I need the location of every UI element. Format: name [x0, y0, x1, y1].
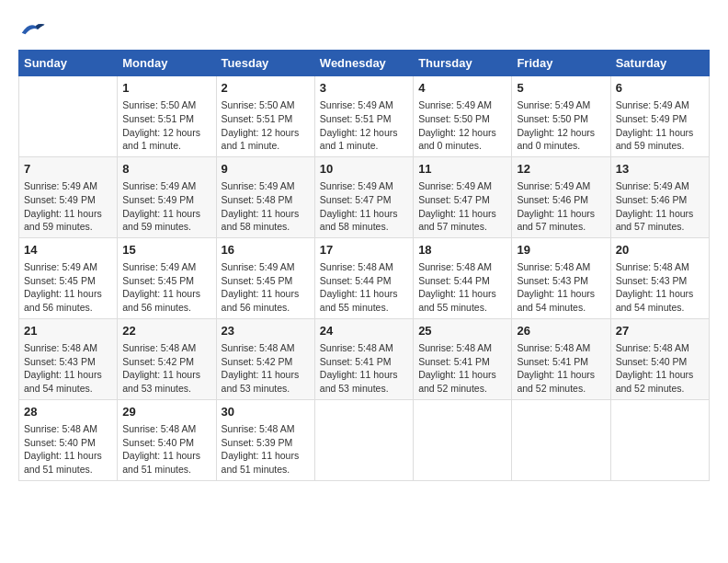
calendar-cell: 4Sunrise: 5:49 AMSunset: 5:50 PMDaylight…	[414, 76, 512, 157]
day-number: 28	[24, 404, 112, 420]
calendar-cell: 11Sunrise: 5:49 AMSunset: 5:47 PMDayligh…	[414, 156, 512, 237]
calendar-cell	[512, 399, 610, 480]
day-info: Sunrise: 5:50 AMSunset: 5:51 PMDaylight:…	[122, 98, 210, 153]
calendar-week-row: 21Sunrise: 5:48 AMSunset: 5:43 PMDayligh…	[19, 318, 710, 399]
page-header	[18, 18, 710, 40]
day-info: Sunrise: 5:49 AMSunset: 5:51 PMDaylight:…	[320, 98, 408, 153]
calendar-cell	[19, 76, 118, 157]
day-info: Sunrise: 5:49 AMSunset: 5:47 PMDaylight:…	[418, 179, 506, 234]
calendar-cell: 22Sunrise: 5:48 AMSunset: 5:42 PMDayligh…	[118, 318, 216, 399]
header-thursday: Thursday	[414, 51, 512, 76]
day-info: Sunrise: 5:48 AMSunset: 5:40 PMDaylight:…	[24, 422, 112, 477]
header-sunday: Sunday	[19, 51, 118, 76]
day-number: 5	[517, 80, 605, 97]
calendar-cell: 29Sunrise: 5:48 AMSunset: 5:40 PMDayligh…	[118, 399, 216, 480]
day-number: 17	[320, 242, 408, 259]
day-number: 7	[24, 161, 112, 178]
header-saturday: Saturday	[610, 51, 709, 76]
header-monday: Monday	[118, 51, 216, 76]
day-number: 1	[122, 80, 210, 97]
day-number: 19	[517, 242, 605, 259]
calendar-cell: 30Sunrise: 5:48 AMSunset: 5:39 PMDayligh…	[216, 399, 314, 480]
day-info: Sunrise: 5:48 AMSunset: 5:43 PMDaylight:…	[616, 260, 704, 315]
calendar-cell: 5Sunrise: 5:49 AMSunset: 5:50 PMDaylight…	[512, 76, 610, 157]
calendar-cell: 2Sunrise: 5:50 AMSunset: 5:51 PMDaylight…	[216, 76, 314, 157]
day-info: Sunrise: 5:49 AMSunset: 5:47 PMDaylight:…	[320, 179, 408, 234]
calendar-cell: 7Sunrise: 5:49 AMSunset: 5:49 PMDaylight…	[19, 156, 118, 237]
calendar-week-row: 7Sunrise: 5:49 AMSunset: 5:49 PMDaylight…	[19, 156, 710, 237]
calendar-cell: 21Sunrise: 5:48 AMSunset: 5:43 PMDayligh…	[19, 318, 118, 399]
calendar-cell	[610, 399, 709, 480]
calendar-cell: 26Sunrise: 5:48 AMSunset: 5:41 PMDayligh…	[512, 318, 610, 399]
day-info: Sunrise: 5:49 AMSunset: 5:49 PMDaylight:…	[24, 179, 112, 234]
calendar-cell: 12Sunrise: 5:49 AMSunset: 5:46 PMDayligh…	[512, 156, 610, 237]
day-info: Sunrise: 5:49 AMSunset: 5:45 PMDaylight:…	[122, 260, 210, 315]
calendar-cell: 28Sunrise: 5:48 AMSunset: 5:40 PMDayligh…	[19, 399, 118, 480]
day-number: 27	[616, 323, 704, 339]
calendar-cell: 8Sunrise: 5:49 AMSunset: 5:49 PMDaylight…	[118, 156, 216, 237]
day-number: 16	[222, 242, 310, 259]
day-info: Sunrise: 5:48 AMSunset: 5:43 PMDaylight:…	[517, 260, 605, 315]
day-number: 14	[24, 242, 112, 259]
day-number: 2	[222, 80, 310, 97]
calendar-week-row: 14Sunrise: 5:49 AMSunset: 5:45 PMDayligh…	[19, 237, 710, 318]
day-info: Sunrise: 5:49 AMSunset: 5:46 PMDaylight:…	[616, 179, 704, 234]
calendar-cell: 17Sunrise: 5:48 AMSunset: 5:44 PMDayligh…	[314, 237, 413, 318]
day-number: 25	[418, 323, 506, 339]
day-info: Sunrise: 5:48 AMSunset: 5:39 PMDaylight:…	[222, 422, 310, 477]
day-info: Sunrise: 5:48 AMSunset: 5:44 PMDaylight:…	[320, 260, 408, 315]
day-number: 24	[320, 323, 408, 339]
day-number: 29	[122, 404, 210, 420]
day-number: 8	[122, 161, 210, 178]
calendar-week-row: 28Sunrise: 5:48 AMSunset: 5:40 PMDayligh…	[19, 399, 710, 480]
day-number: 20	[616, 242, 704, 259]
day-number: 12	[517, 161, 605, 178]
day-number: 6	[616, 80, 704, 97]
day-number: 3	[320, 80, 408, 97]
day-number: 26	[517, 323, 605, 339]
calendar-cell: 14Sunrise: 5:49 AMSunset: 5:45 PMDayligh…	[19, 237, 118, 318]
header-wednesday: Wednesday	[314, 51, 413, 76]
day-info: Sunrise: 5:48 AMSunset: 5:42 PMDaylight:…	[222, 341, 310, 396]
calendar-header-row: SundayMondayTuesdayWednesdayThursdayFrid…	[19, 51, 710, 76]
calendar-week-row: 1Sunrise: 5:50 AMSunset: 5:51 PMDaylight…	[19, 76, 710, 157]
day-info: Sunrise: 5:48 AMSunset: 5:42 PMDaylight:…	[122, 341, 210, 396]
day-number: 9	[222, 161, 310, 178]
header-friday: Friday	[512, 51, 610, 76]
day-info: Sunrise: 5:48 AMSunset: 5:41 PMDaylight:…	[320, 341, 408, 396]
day-number: 4	[418, 80, 506, 97]
day-info: Sunrise: 5:49 AMSunset: 5:50 PMDaylight:…	[418, 98, 506, 153]
day-info: Sunrise: 5:49 AMSunset: 5:45 PMDaylight:…	[222, 260, 310, 315]
day-info: Sunrise: 5:48 AMSunset: 5:40 PMDaylight:…	[122, 422, 210, 477]
day-info: Sunrise: 5:48 AMSunset: 5:43 PMDaylight:…	[24, 341, 112, 396]
day-number: 11	[418, 161, 506, 178]
calendar-cell: 25Sunrise: 5:48 AMSunset: 5:41 PMDayligh…	[414, 318, 512, 399]
day-info: Sunrise: 5:48 AMSunset: 5:41 PMDaylight:…	[418, 341, 506, 396]
calendar-cell: 16Sunrise: 5:49 AMSunset: 5:45 PMDayligh…	[216, 237, 314, 318]
calendar-cell: 10Sunrise: 5:49 AMSunset: 5:47 PMDayligh…	[314, 156, 413, 237]
day-number: 15	[122, 242, 210, 259]
calendar-cell	[314, 399, 413, 480]
calendar-cell: 13Sunrise: 5:49 AMSunset: 5:46 PMDayligh…	[610, 156, 709, 237]
day-number: 22	[122, 323, 210, 339]
calendar-table: SundayMondayTuesdayWednesdayThursdayFrid…	[18, 50, 710, 481]
calendar-cell: 27Sunrise: 5:48 AMSunset: 5:40 PMDayligh…	[610, 318, 709, 399]
day-info: Sunrise: 5:48 AMSunset: 5:40 PMDaylight:…	[616, 341, 704, 396]
day-info: Sunrise: 5:49 AMSunset: 5:45 PMDaylight:…	[24, 260, 112, 315]
day-number: 18	[418, 242, 506, 259]
day-info: Sunrise: 5:50 AMSunset: 5:51 PMDaylight:…	[222, 98, 310, 153]
calendar-cell: 19Sunrise: 5:48 AMSunset: 5:43 PMDayligh…	[512, 237, 610, 318]
calendar-cell: 9Sunrise: 5:49 AMSunset: 5:48 PMDaylight…	[216, 156, 314, 237]
logo	[18, 18, 48, 40]
calendar-cell	[414, 399, 512, 480]
calendar-cell: 1Sunrise: 5:50 AMSunset: 5:51 PMDaylight…	[118, 76, 216, 157]
day-number: 13	[616, 161, 704, 178]
day-info: Sunrise: 5:48 AMSunset: 5:41 PMDaylight:…	[517, 341, 605, 396]
calendar-cell: 20Sunrise: 5:48 AMSunset: 5:43 PMDayligh…	[610, 237, 709, 318]
calendar-cell: 6Sunrise: 5:49 AMSunset: 5:49 PMDaylight…	[610, 76, 709, 157]
day-number: 30	[222, 404, 310, 420]
day-info: Sunrise: 5:48 AMSunset: 5:44 PMDaylight:…	[418, 260, 506, 315]
calendar-cell: 23Sunrise: 5:48 AMSunset: 5:42 PMDayligh…	[216, 318, 314, 399]
day-info: Sunrise: 5:49 AMSunset: 5:50 PMDaylight:…	[517, 98, 605, 153]
day-number: 23	[222, 323, 310, 339]
